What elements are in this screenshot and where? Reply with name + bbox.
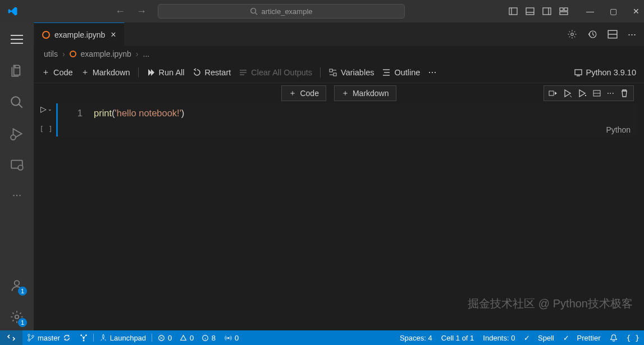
git-branch[interactable]: master <box>22 330 75 345</box>
svg-rect-8 <box>560 8 563 11</box>
kernel-picker[interactable]: Python 3.9.10 <box>574 68 637 77</box>
svg-rect-26 <box>334 73 336 76</box>
close-window-button[interactable]: ✕ <box>633 7 640 16</box>
svg-point-40 <box>32 335 34 338</box>
add-markdown-button[interactable]: ＋Markdown <box>81 67 130 78</box>
bracket-indicator[interactable]: { } <box>622 330 644 345</box>
chevron-icon: › <box>136 49 139 58</box>
menu-button[interactable] <box>3 26 30 53</box>
spell-check[interactable]: ✓ Spell <box>519 330 559 345</box>
history-icon[interactable] <box>587 29 597 39</box>
svg-point-16 <box>15 280 20 285</box>
svg-line-1 <box>255 13 258 15</box>
svg-rect-34 <box>549 91 554 96</box>
activity-bar: ··· 1 1 <box>0 22 34 330</box>
svg-point-54 <box>227 337 229 338</box>
tab-more-icon[interactable]: ··· <box>628 29 636 40</box>
nav-back-icon[interactable]: ← <box>115 6 125 17</box>
svg-rect-9 <box>564 8 568 11</box>
svg-line-35 <box>570 96 572 97</box>
command-center-search[interactable]: article_example <box>158 4 405 19</box>
breadcrumb-seg1[interactable]: utils <box>44 49 58 58</box>
breadcrumb[interactable]: utils › example.ipynb › ... <box>34 46 644 62</box>
maximize-button[interactable]: ▢ <box>610 7 617 16</box>
split-cell-icon[interactable] <box>592 88 601 98</box>
panel-bottom-icon[interactable] <box>526 7 535 16</box>
delete-cell-icon[interactable] <box>620 88 629 98</box>
outline-button[interactable]: Outline <box>382 68 420 77</box>
watermark-text: 掘金技术社区 @ Python技术极客 <box>468 296 633 311</box>
gitlens-icon[interactable] <box>75 330 92 345</box>
clear-outputs-button[interactable]: Clear All Outputs <box>239 68 312 77</box>
cell-toolbar: ··· <box>543 85 634 101</box>
svg-point-38 <box>28 334 30 337</box>
status-bar: master Launchpad 0 0 8 0 Spaces: 4 Cell … <box>0 330 644 345</box>
tab-filename: example.ipynb <box>54 30 105 39</box>
cell-more-icon[interactable]: ··· <box>607 88 614 98</box>
line-number: 1 <box>66 108 83 119</box>
cell-language-picker[interactable]: Python <box>600 123 636 137</box>
svg-point-15 <box>18 165 23 170</box>
customize-layout-icon[interactable] <box>559 7 568 16</box>
cell-position[interactable]: Cell 1 of 1 <box>437 330 479 345</box>
vscode-logo-icon <box>8 6 18 16</box>
search-text: article_example <box>261 7 312 16</box>
tab-example-ipynb[interactable]: example.ipynb × <box>34 22 125 46</box>
code-cell[interactable]: ▷⌄ [ ] 1 print('hello notebook!') Python <box>34 103 644 137</box>
svg-rect-25 <box>330 69 332 72</box>
tabs-row: example.ipynb × ··· <box>34 22 644 46</box>
nav-forward-icon[interactable]: → <box>136 6 147 17</box>
code-line[interactable]: 1 print('hello notebook!') <box>58 103 636 123</box>
svg-point-0 <box>251 8 256 13</box>
svg-point-39 <box>28 339 30 342</box>
run-cell-button[interactable]: ▷⌄ <box>40 105 52 114</box>
indents-indicator[interactable]: Indents: 0 <box>478 330 519 345</box>
svg-point-11 <box>11 97 20 105</box>
execute-cell-icon[interactable] <box>563 88 572 98</box>
notifications-icon[interactable] <box>605 330 622 345</box>
svg-point-13 <box>11 135 16 140</box>
problems-indicator[interactable]: 0 0 8 <box>153 330 220 345</box>
ports-indicator[interactable]: 0 <box>220 330 243 345</box>
execute-above-icon[interactable] <box>578 88 587 98</box>
split-editor-icon[interactable] <box>608 29 618 39</box>
execution-count: [ ] <box>39 125 52 133</box>
svg-line-12 <box>19 104 22 108</box>
minimize-button[interactable]: — <box>586 7 594 16</box>
spaces-indicator[interactable]: Spaces: 4 <box>395 330 437 345</box>
svg-line-45 <box>81 335 83 338</box>
variables-button[interactable]: Variables <box>328 68 374 77</box>
title-bar: ← → article_example — ▢ ✕ <box>0 0 644 22</box>
breadcrumb-seg3[interactable]: ... <box>143 49 150 58</box>
accounts-icon[interactable]: 1 <box>3 272 30 299</box>
remote-indicator[interactable] <box>0 330 22 345</box>
add-code-button[interactable]: ＋Code <box>42 67 73 78</box>
explorer-icon[interactable] <box>3 57 30 84</box>
insert-code-button[interactable]: ＋Code <box>281 85 326 101</box>
breadcrumb-seg2[interactable]: example.ipynb <box>81 49 131 58</box>
layout-controls <box>509 7 568 16</box>
notebook-toolbar: ＋Code ＋Markdown Run All Restart Clear Al… <box>34 62 644 83</box>
svg-point-17 <box>15 315 19 319</box>
toolbar-more-icon[interactable]: ··· <box>428 66 436 78</box>
sync-icon[interactable] <box>63 334 71 342</box>
run-all-button[interactable]: Run All <box>147 68 185 77</box>
run-by-line-icon[interactable] <box>549 88 558 98</box>
cell-area: ＋Code ＋Markdown ··· ▷⌄ [ ] 1 <box>34 83 644 330</box>
editor-area: example.ipynb × ··· utils › example.ipyn… <box>34 22 644 330</box>
panel-right-icon[interactable] <box>542 7 551 16</box>
debug-icon[interactable] <box>3 120 30 147</box>
remote-explorer-icon[interactable] <box>3 152 30 179</box>
notebook-settings-icon[interactable] <box>567 29 577 39</box>
svg-rect-10 <box>560 12 568 15</box>
svg-rect-32 <box>575 70 582 75</box>
more-icon[interactable]: ··· <box>3 185 30 203</box>
search-sidebar-icon[interactable] <box>3 89 30 116</box>
launchpad-button[interactable]: Launchpad <box>95 330 150 345</box>
settings-gear-icon[interactable]: 1 <box>3 303 30 330</box>
prettier-status[interactable]: ✓ Prettier <box>559 330 605 345</box>
insert-markdown-button[interactable]: ＋Markdown <box>334 85 396 101</box>
panel-left-icon[interactable] <box>509 7 518 16</box>
restart-button[interactable]: Restart <box>193 68 231 77</box>
tab-close-icon[interactable]: × <box>111 30 116 40</box>
